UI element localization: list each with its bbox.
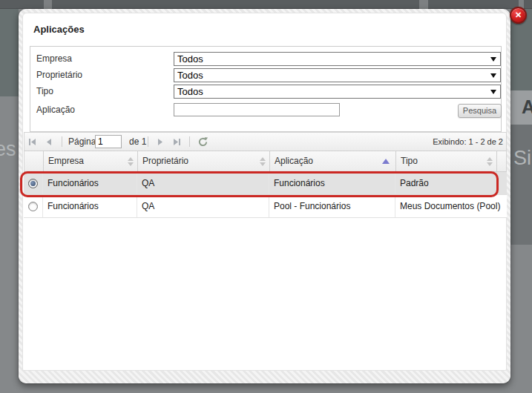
sort-icon (260, 157, 266, 166)
previous-page-button[interactable] (42, 133, 54, 151)
display-status: Exibindo: 1 - 2 de 2 (433, 133, 503, 151)
tipo-select[interactable]: Todos (174, 85, 501, 99)
row-radio-cell (24, 172, 43, 194)
refresh-icon[interactable] (195, 133, 210, 151)
row-radio-cell (24, 195, 43, 217)
cell-tipo: Padrão (395, 172, 507, 194)
next-page-button[interactable] (154, 133, 166, 151)
aplicacao-label: Aplicação (36, 105, 75, 115)
cell-tipo: Meus Documentos (Pool) (395, 195, 507, 217)
sort-icon (128, 157, 134, 166)
proprietario-select[interactable]: Todos (174, 68, 501, 82)
proprietario-select-value: Todos (177, 70, 203, 81)
background-tile (510, 125, 532, 245)
background-tile-gap (419, 0, 428, 9)
applications-dialog: Aplicações Empresa Todos Proprietário To… (19, 9, 510, 383)
cell-empresa: Funcionários (43, 195, 137, 217)
dropdown-arrow-icon (490, 90, 496, 94)
last-page-button[interactable] (171, 133, 183, 151)
aplicacao-input[interactable] (174, 103, 340, 116)
background-tile-gap (44, 0, 52, 9)
dialog-title: Aplicações (33, 24, 85, 35)
sort-ascending-icon (382, 159, 390, 164)
page-label: Página (68, 133, 96, 151)
first-page-button[interactable] (26, 133, 38, 151)
cell-aplicacao: Pool - Funcionários (269, 195, 395, 217)
column-header-tipo[interactable]: Tipo (396, 151, 497, 171)
table-row-pool-funcionarios[interactable]: Funcionários QA Pool - Funcionários Meus… (24, 195, 507, 218)
pesquisa-button[interactable]: Pesquisa (458, 104, 502, 118)
screen: A es Si Aplicações Empresa Todos Proprie… (0, 0, 532, 393)
filter-panel: Empresa Todos Proprietário Todos Tipo To… (30, 46, 502, 132)
dropdown-arrow-icon (490, 57, 496, 62)
empresa-select[interactable]: Todos (174, 52, 501, 66)
applications-grid: Página de 1 Exibindo: 1 - 2 de 2 (24, 132, 507, 218)
page-total-label: de 1 (129, 133, 146, 151)
cell-empresa: Funcionários (43, 172, 137, 194)
table-row-funcionarios-padrao[interactable]: Funcionários QA Funcionários Padrão (24, 172, 507, 195)
column-header-aplicacao[interactable]: Aplicação (270, 151, 396, 171)
sort-icon (487, 157, 493, 166)
radio-selected[interactable] (28, 179, 38, 188)
dropdown-arrow-icon (490, 73, 496, 78)
empresa-select-value: Todos (177, 53, 203, 65)
page-number-input[interactable] (95, 135, 122, 148)
background-text-fragment: Si (513, 147, 531, 170)
background-tile (0, 9, 19, 96)
cell-proprietario: QA (137, 172, 269, 194)
tipo-select-value: Todos (177, 86, 203, 97)
paging-toolbar: Página de 1 Exibindo: 1 - 2 de 2 (24, 132, 507, 151)
close-icon[interactable]: ✕ (510, 7, 527, 24)
proprietario-label: Proprietário (36, 70, 82, 80)
radio-column-header (24, 151, 44, 171)
tipo-label: Tipo (36, 86, 53, 96)
grid-header: Empresa Proprietário Aplicação Tipo (24, 151, 507, 172)
empresa-label: Empresa (36, 53, 72, 64)
background-text-fragment: es (0, 138, 16, 161)
cell-proprietario: QA (137, 195, 269, 217)
toolbar-separator (189, 136, 190, 147)
cell-aplicacao: Funcionários (269, 172, 395, 194)
radio-unselected[interactable] (28, 202, 38, 211)
toolbar-separator (148, 136, 148, 147)
column-header-empresa[interactable]: Empresa (44, 151, 138, 171)
background-text-fragment: A (522, 96, 532, 118)
column-header-proprietario[interactable]: Proprietário (138, 151, 270, 171)
header-spacer (497, 151, 506, 171)
background-top-tiles (0, 0, 532, 9)
toolbar-separator (62, 136, 62, 147)
